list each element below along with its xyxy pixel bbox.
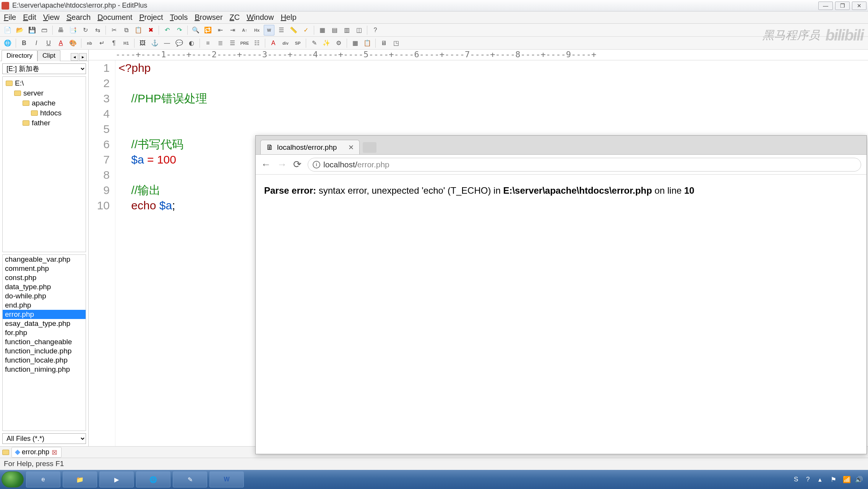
taskbar-editplus[interactable]: ✎ xyxy=(173,471,207,487)
system-tray[interactable]: S ? ▴ ⚑ 📶 🔊 xyxy=(794,476,866,483)
sync-icon[interactable]: ⇆ xyxy=(92,25,103,36)
taskbar-word[interactable]: W xyxy=(209,471,244,487)
taskbar-media[interactable]: ▶ xyxy=(99,471,134,487)
menu-window[interactable]: Window xyxy=(247,13,274,22)
underline-icon[interactable]: U xyxy=(43,38,54,49)
tab-cliptext[interactable]: Clipt xyxy=(37,50,60,61)
list-icon[interactable]: ☷ xyxy=(251,38,262,49)
taskbar-ie[interactable]: e xyxy=(26,471,60,487)
minimize-button[interactable]: — xyxy=(818,2,833,10)
print-preview-icon[interactable]: 📑 xyxy=(68,25,78,36)
tray-flag-icon[interactable]: ⚑ xyxy=(831,476,838,483)
copy-icon[interactable]: ⧉ xyxy=(121,25,131,36)
span-tag-icon[interactable]: SP xyxy=(292,38,303,49)
file-item[interactable]: function_niming.php xyxy=(3,365,86,374)
window-3-icon[interactable]: ▥ xyxy=(341,25,352,36)
tab-close-icon[interactable]: ✕ xyxy=(348,143,354,152)
menu-search[interactable]: Search xyxy=(67,13,91,22)
cut-icon[interactable]: ✂ xyxy=(109,25,119,36)
heading-icon[interactable]: H1 xyxy=(121,38,131,49)
undo-icon[interactable]: ↶ xyxy=(162,25,172,36)
hex-icon[interactable]: Hx xyxy=(251,25,262,36)
site-info-icon[interactable]: i xyxy=(313,161,320,168)
delete-icon[interactable]: ✖ xyxy=(145,25,156,36)
back-button[interactable]: ← xyxy=(261,159,271,170)
file-item[interactable]: esay_data_type.php xyxy=(3,319,86,328)
center-align-icon[interactable]: ≣ xyxy=(215,38,226,49)
paragraph-icon[interactable]: ¶ xyxy=(109,38,119,49)
char-icon[interactable]: ◐ xyxy=(186,38,197,49)
tray-arrow-icon[interactable]: ▴ xyxy=(818,476,826,483)
menu-document[interactable]: Document xyxy=(97,13,132,22)
tree-item[interactable]: htdocs xyxy=(3,108,85,118)
word-wrap-icon[interactable]: W xyxy=(264,25,274,36)
browser-tab[interactable]: 🗎 localhost/error.php ✕ xyxy=(260,140,360,154)
break-icon[interactable]: ↵ xyxy=(96,38,107,49)
start-button[interactable] xyxy=(2,471,24,487)
magic-icon[interactable]: ✨ xyxy=(321,38,332,49)
file-item[interactable]: do-while.php xyxy=(3,291,86,301)
indent-left-icon[interactable]: ⇤ xyxy=(215,25,226,36)
menu-zc[interactable]: ZC xyxy=(230,13,240,22)
file-item[interactable]: function_changeable xyxy=(3,337,86,347)
print-icon[interactable]: 🖶 xyxy=(55,25,66,36)
pre-icon[interactable]: PRE xyxy=(239,38,250,49)
save-all-icon[interactable]: 🗃 xyxy=(39,25,50,36)
menu-project[interactable]: Project xyxy=(139,13,163,22)
window-1-icon[interactable]: ▦ xyxy=(317,25,328,36)
file-item[interactable]: function_include.php xyxy=(3,347,86,356)
maximize-button[interactable]: ❐ xyxy=(835,2,850,10)
file-item[interactable]: error.php xyxy=(3,310,86,319)
external-icon[interactable]: ◳ xyxy=(391,38,401,49)
tray-help-icon[interactable]: ? xyxy=(806,476,814,483)
tree-item[interactable]: E:\ xyxy=(3,78,85,88)
tray-volume-icon[interactable]: 🔊 xyxy=(855,476,863,483)
nbsp-icon[interactable]: nb xyxy=(84,38,95,49)
find-icon[interactable]: 🔍 xyxy=(190,25,201,36)
window-2-icon[interactable]: ▤ xyxy=(329,25,340,36)
browser-icon[interactable]: 🌐 xyxy=(2,38,13,49)
menu-view[interactable]: View xyxy=(43,13,60,22)
redo-icon[interactable]: ↷ xyxy=(174,25,185,36)
tab-close-icon[interactable]: ⊠ xyxy=(52,448,57,457)
file-filter-select[interactable]: All Files (*.*) xyxy=(2,433,86,444)
anchor-icon[interactable]: ⚓ xyxy=(149,38,160,49)
tray-sogou-icon[interactable]: S xyxy=(794,476,801,483)
file-item[interactable]: data_type.php xyxy=(3,282,86,291)
color-picker-icon[interactable]: 🎨 xyxy=(68,38,78,49)
tree-item[interactable]: server xyxy=(3,88,85,98)
font-color-icon[interactable]: A xyxy=(55,38,66,49)
bold-icon[interactable]: B xyxy=(19,38,29,49)
file-item[interactable]: comment.php xyxy=(3,264,86,273)
tab-scroll-left-icon[interactable]: ◂ xyxy=(71,53,78,61)
close-button[interactable]: ✕ xyxy=(852,2,866,10)
menu-tools[interactable]: Tools xyxy=(170,13,188,22)
drive-select[interactable]: [E:] 新加卷 xyxy=(2,63,86,74)
tab-directory[interactable]: Directory xyxy=(2,50,37,61)
table-icon[interactable]: ▦ xyxy=(350,38,360,49)
save-icon[interactable]: 💾 xyxy=(27,25,37,36)
hr-icon[interactable]: — xyxy=(162,38,172,49)
tab-scroll-right-icon[interactable]: ▸ xyxy=(79,53,87,61)
font-tag-icon[interactable]: A xyxy=(268,38,279,49)
image-icon[interactable]: 🖼 xyxy=(137,38,148,49)
paste-icon[interactable]: 📋 xyxy=(133,25,144,36)
new-tab-button[interactable] xyxy=(363,142,376,153)
spellcheck-icon[interactable]: ✓ xyxy=(300,25,311,36)
font-increase-icon[interactable]: A↑ xyxy=(239,25,250,36)
gear-icon[interactable]: ⚙ xyxy=(333,38,344,49)
line-number-icon[interactable]: ☰ xyxy=(276,25,287,36)
menu-file[interactable]: File xyxy=(4,13,16,22)
taskbar-chrome[interactable]: 🌐 xyxy=(136,471,170,487)
form-icon[interactable]: 📋 xyxy=(362,38,373,49)
tree-item[interactable]: father xyxy=(3,118,85,128)
file-item[interactable]: for.php xyxy=(3,328,86,337)
replace-icon[interactable]: 🔁 xyxy=(203,25,213,36)
file-item[interactable]: const.php xyxy=(3,273,86,282)
file-item[interactable]: function_locale.php xyxy=(3,356,86,365)
menu-help[interactable]: Help xyxy=(281,13,296,22)
div-tag-icon[interactable]: div xyxy=(280,38,291,49)
edit-tag-icon[interactable]: ✎ xyxy=(309,38,320,49)
refresh-icon[interactable]: ↻ xyxy=(80,25,91,36)
tree-item[interactable]: apache xyxy=(3,98,85,108)
